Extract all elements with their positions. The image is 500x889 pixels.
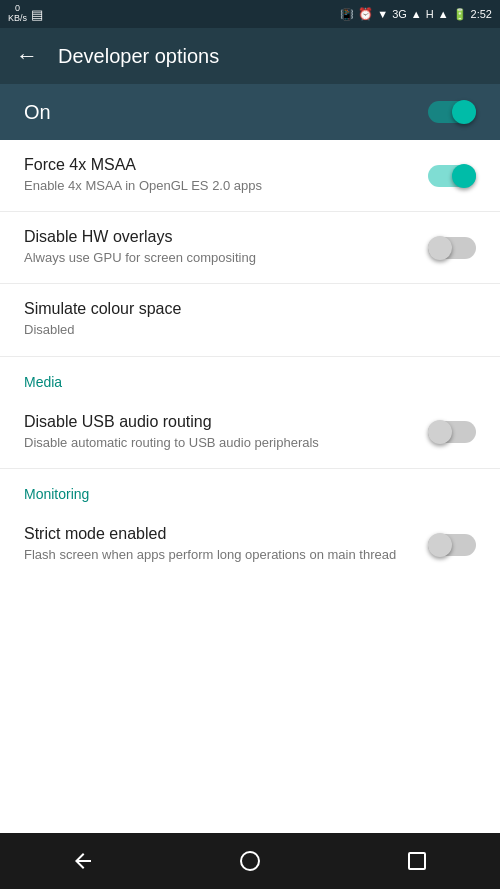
force-msaa-toggle[interactable] — [428, 162, 476, 190]
network-type: 3G — [392, 8, 407, 20]
setting-simulate-colour-space[interactable]: Simulate colour space Disabled — [0, 284, 500, 356]
setting-text: Disable HW overlays Always use GPU for s… — [24, 228, 428, 267]
setting-title: Disable USB audio routing — [24, 413, 412, 431]
time: 2:52 — [471, 8, 492, 20]
setting-title: Simulate colour space — [24, 300, 460, 318]
on-off-label: On — [24, 101, 51, 124]
data-speed: 0KB/s — [8, 4, 27, 24]
settings-content: Force 4x MSAA Enable 4x MSAA in OpenGL E… — [0, 140, 500, 833]
status-bar-left: 0KB/s ▤ — [8, 4, 43, 24]
signal-bars: ▲ — [438, 8, 449, 20]
setting-force-msaa[interactable]: Force 4x MSAA Enable 4x MSAA in OpenGL E… — [0, 140, 500, 212]
setting-subtitle: Enable 4x MSAA in OpenGL ES 2.0 apps — [24, 177, 412, 195]
page-title: Developer options — [58, 45, 219, 68]
back-button[interactable]: ← — [16, 45, 38, 67]
status-bar: 0KB/s ▤ 📳 ⏰ ▼ 3G ▲ H ▲ 🔋 2:52 — [0, 0, 500, 28]
nav-recents-button[interactable] — [387, 841, 447, 881]
alarm-icon: ⏰ — [358, 7, 373, 21]
header: ← Developer options — [0, 28, 500, 84]
setting-subtitle: Always use GPU for screen compositing — [24, 249, 412, 267]
setting-title: Disable HW overlays — [24, 228, 412, 246]
setting-text: Strict mode enabled Flash screen when ap… — [24, 525, 428, 564]
status-bar-right: 📳 ⏰ ▼ 3G ▲ H ▲ 🔋 2:52 — [340, 7, 492, 21]
recents-square — [408, 852, 426, 870]
battery-icon-right: 🔋 — [453, 8, 467, 21]
setting-disable-hw-overlays[interactable]: Disable HW overlays Always use GPU for s… — [0, 212, 500, 284]
setting-title: Strict mode enabled — [24, 525, 412, 543]
h-icon: H — [426, 8, 434, 20]
strict-mode-toggle[interactable] — [428, 531, 476, 559]
setting-subtitle: Disable automatic routing to USB audio p… — [24, 434, 412, 452]
setting-disable-usb-audio[interactable]: Disable USB audio routing Disable automa… — [0, 397, 500, 469]
toggle-thumb — [452, 100, 476, 124]
disable-hw-overlays-toggle[interactable] — [428, 234, 476, 262]
monitoring-section-header: Monitoring — [0, 469, 500, 509]
on-off-section: On — [0, 84, 500, 140]
setting-text: Disable USB audio routing Disable automa… — [24, 413, 428, 452]
media-section-label: Media — [24, 374, 62, 390]
nav-back-button[interactable] — [53, 841, 113, 881]
wifi-icon: ▼ — [377, 8, 388, 20]
setting-text: Simulate colour space Disabled — [24, 300, 476, 339]
vibrate-icon: 📳 — [340, 8, 354, 21]
home-circle — [240, 851, 260, 871]
toggle-thumb — [452, 164, 476, 188]
setting-text: Force 4x MSAA Enable 4x MSAA in OpenGL E… — [24, 156, 428, 195]
setting-title: Force 4x MSAA — [24, 156, 412, 174]
usb-audio-toggle[interactable] — [428, 418, 476, 446]
toggle-thumb — [428, 533, 452, 557]
on-off-toggle[interactable] — [428, 98, 476, 126]
setting-subtitle: Flash screen when apps perform long oper… — [24, 546, 412, 564]
media-section-header: Media — [0, 357, 500, 397]
toggle-thumb — [428, 420, 452, 444]
toggle-thumb — [428, 236, 452, 260]
battery-icon: ▤ — [31, 7, 43, 22]
nav-home-button[interactable] — [220, 841, 280, 881]
signal-icon: ▲ — [411, 8, 422, 20]
monitoring-section-label: Monitoring — [24, 486, 89, 502]
setting-subtitle: Disabled — [24, 321, 460, 339]
nav-bar — [0, 833, 500, 889]
setting-strict-mode[interactable]: Strict mode enabled Flash screen when ap… — [0, 509, 500, 581]
